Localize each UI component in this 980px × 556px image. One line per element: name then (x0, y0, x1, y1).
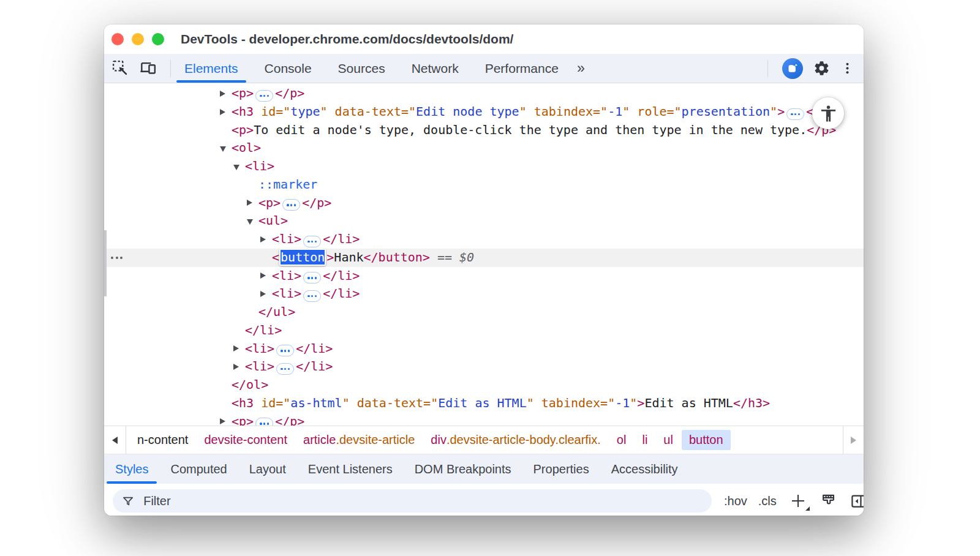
tab-network[interactable]: Network (412, 54, 459, 83)
more-tabs-button[interactable]: » (577, 54, 585, 83)
caret-icon (805, 506, 810, 511)
ellipsis-expand-button[interactable] (786, 108, 804, 120)
dock-sidebar-button[interactable] (850, 493, 864, 509)
dom-tree-row-selected[interactable]: <button>Hank</button> == $0 (104, 249, 864, 267)
styles-filter-input[interactable] (142, 494, 703, 509)
class-toggle[interactable]: .cls (758, 494, 777, 508)
dom-tree-row[interactable]: <h3 id="type" data-text="Edit node type"… (104, 103, 864, 121)
ellipsis-expand-button[interactable] (303, 290, 321, 302)
code-token: </button> (364, 250, 430, 265)
tab-performance[interactable]: Performance (485, 54, 559, 83)
state-toggles: :hov.cls (724, 494, 777, 508)
rendering-brush-button[interactable] (820, 493, 837, 509)
breadcrumb-item[interactable]: ul (656, 430, 680, 450)
breadcrumb-text: ol (617, 433, 627, 447)
zoom-window-button[interactable] (152, 33, 164, 45)
breadcrumb-text: button (689, 433, 723, 447)
expand-arrow-icon[interactable] (233, 345, 239, 351)
ellipsis-expand-button[interactable] (255, 418, 273, 426)
new-style-rule-button[interactable] (790, 493, 807, 509)
breadcrumb-item[interactable]: article.devsite-article (296, 430, 422, 450)
breadcrumb-item[interactable]: devsite-content (197, 430, 295, 450)
dom-tree-row[interactable]: <li> (104, 157, 864, 176)
ellipsis-expand-button[interactable] (255, 90, 273, 102)
ai-assistance-button[interactable] (782, 58, 803, 79)
ellipsis-expand-button[interactable] (303, 272, 321, 284)
dom-tree-row[interactable]: <li></li> (104, 285, 864, 303)
dom-tree-row[interactable]: <ul> (104, 212, 864, 230)
breadcrumb-text: li (642, 433, 647, 447)
tab-dom-breakpoints[interactable]: DOM Breakpoints (415, 454, 511, 484)
breadcrumb-text: ul (663, 433, 673, 447)
collapse-arrow-icon[interactable] (233, 165, 239, 170)
dom-tree-row[interactable]: <li></li> (104, 358, 864, 376)
dom-tree-row[interactable]: ::marker (104, 176, 864, 194)
code-token: > (637, 396, 644, 410)
dom-tree-row[interactable]: <p></p> (104, 85, 864, 103)
expand-arrow-icon[interactable] (233, 364, 239, 370)
dom-tree-row[interactable]: <p></p> (104, 194, 864, 212)
breadcrumb-item[interactable]: ol (609, 430, 634, 450)
dom-tree-row[interactable]: <h3 id="as-html" data-text="Edit as HTML… (104, 394, 864, 413)
tab-sources[interactable]: Sources (338, 54, 385, 83)
code-token: <li> (272, 268, 301, 283)
more-actions-icon[interactable] (111, 257, 123, 259)
tag-name-editor[interactable]: button (279, 249, 326, 266)
collapse-arrow-icon[interactable] (220, 146, 226, 152)
expand-arrow-icon[interactable] (220, 109, 225, 115)
code-token: </p> (275, 414, 304, 426)
tab-accessibility[interactable]: Accessibility (611, 454, 678, 484)
ellipsis-expand-button[interactable] (282, 199, 300, 211)
expand-arrow-icon[interactable] (260, 291, 266, 297)
code-token: </h3> (733, 396, 770, 410)
breadcrumbs-scroll-right-button[interactable] (843, 426, 864, 454)
dom-tree-row[interactable]: </li> (104, 321, 864, 340)
code-token: " (519, 104, 534, 119)
dom-tree-row[interactable]: </ul> (104, 303, 864, 321)
tab-event-listeners[interactable]: Event Listeners (308, 454, 393, 484)
device-toolbar-button[interactable] (139, 59, 157, 77)
dom-tree-row[interactable]: <li></li> (104, 267, 864, 285)
code-token: " (770, 104, 777, 119)
breadcrumb-item[interactable]: li (635, 430, 655, 450)
breadcrumb-item[interactable]: n-content (130, 430, 195, 450)
code-token: <ol> (232, 140, 261, 155)
breadcrumbs-scroll-left-button[interactable] (104, 426, 126, 454)
close-window-button[interactable] (111, 33, 124, 45)
tab-properties[interactable]: Properties (533, 454, 589, 484)
collapse-arrow-icon[interactable] (247, 219, 253, 225)
code-token: </li> (296, 359, 333, 374)
breadcrumb-item[interactable]: div.devsite-article-body.clearfix. (423, 430, 608, 450)
ai-assistance-icon (786, 62, 799, 75)
pseudo-state-toggle[interactable]: :hov (724, 494, 747, 508)
tab-styles[interactable]: Styles (115, 454, 148, 484)
dock-sidebar-icon (850, 493, 864, 509)
ellipsis-expand-button[interactable] (276, 345, 294, 356)
dom-tree-row[interactable]: </ol> (104, 376, 864, 394)
expand-arrow-icon[interactable] (220, 418, 225, 424)
expand-arrow-icon[interactable] (247, 200, 252, 206)
scrollbar-thumb[interactable] (104, 230, 107, 296)
expand-arrow-icon[interactable] (260, 236, 266, 242)
tab-layout[interactable]: Layout (249, 454, 286, 484)
settings-button[interactable] (813, 60, 830, 77)
dom-tree-row[interactable]: <li></li> (104, 230, 864, 249)
dom-tree-row[interactable]: <p></p> (104, 413, 864, 426)
tab-computed[interactable]: Computed (170, 454, 227, 484)
breadcrumb-text: n-content (137, 433, 188, 447)
dom-tree-row[interactable]: <li></li> (104, 340, 864, 358)
dom-tree-row[interactable]: <p>To edit a node's type, double-click t… (104, 121, 864, 140)
expand-arrow-icon[interactable] (220, 91, 225, 97)
tab-console[interactable]: Console (265, 54, 312, 83)
dom-tree: <p></p><h3 id="type" data-text="Edit nod… (104, 85, 864, 426)
ellipsis-expand-button[interactable] (276, 363, 294, 375)
expand-arrow-icon[interactable] (260, 272, 266, 279)
breadcrumb-item-selected[interactable]: button (682, 430, 731, 450)
dom-tree-row[interactable]: <ol> (104, 139, 864, 157)
styles-filter-controls: :hov.cls (724, 493, 864, 509)
tab-elements[interactable]: Elements (184, 54, 238, 83)
menu-kebab-button[interactable] (840, 61, 854, 75)
minimize-window-button[interactable] (132, 33, 144, 45)
inspect-element-button[interactable] (111, 59, 129, 77)
ellipsis-expand-button[interactable] (303, 236, 321, 247)
